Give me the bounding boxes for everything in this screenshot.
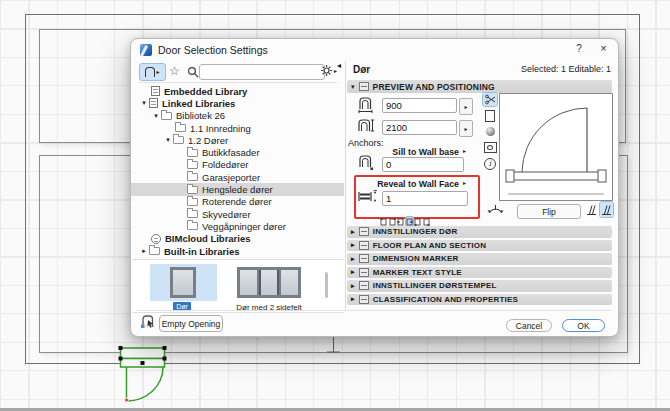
plan-node-cross [325, 335, 345, 357]
empty-opening-tool-icon[interactable] [140, 314, 156, 329]
section-label: INNSTILLINGER DØR [373, 227, 458, 236]
tree-item-dorer[interactable]: ▾ 1.2 Dører [131, 134, 344, 146]
chevron-right-icon: ▸ [351, 228, 355, 236]
tree-item-label: Foldedører [202, 159, 248, 170]
preview-picture-mode-icon[interactable] [483, 141, 497, 154]
front-view-mode-icon[interactable] [483, 109, 497, 122]
cancel-button[interactable]: Cancel [506, 319, 552, 332]
tree-item-bibliotek-26[interactable]: ▾ Bibliotek 26 [131, 110, 344, 122]
section-floor-plan-and-section[interactable]: ▸ FLOOR PLAN AND SECTION [347, 240, 612, 252]
tree-item-embedded-library[interactable]: Embedded Library [131, 85, 344, 97]
chevron-right-icon: ▸ [464, 125, 467, 132]
settings-gear-icon[interactable]: ▸ [320, 64, 337, 77]
section-label: MARKER TEXT STYLE [373, 268, 462, 277]
tree-item-label: Skyvedører [202, 209, 251, 220]
section-innstillinger-dorstempel[interactable]: ▸ INNSTILLINGER DØRSTEMPEL [347, 280, 612, 292]
tree-item-garasjeporter[interactable]: Garasjeporter [131, 171, 344, 183]
door-stamp-icon [359, 281, 369, 290]
chevron-down-icon[interactable]: ▾ [139, 99, 149, 107]
tree-item-butikkfasader[interactable]: Butikkfasader [131, 146, 344, 158]
dialog-app-icon [140, 44, 152, 56]
chevron-down-icon: ▾ [351, 83, 355, 91]
door-type-dor-med-2-sidefelt[interactable] [237, 267, 301, 298]
preview-section-icon [359, 82, 369, 91]
sidelight-pane [240, 270, 257, 295]
anchor-position-options [380, 217, 430, 226]
empty-opening-button[interactable]: Empty Opening [159, 315, 223, 332]
door-preview-pane[interactable] [499, 93, 613, 201]
folder-icon [187, 198, 198, 206]
thumbnail-scrollbar[interactable] [325, 272, 328, 298]
folder-view-toggle-button[interactable]: ▸ [139, 63, 166, 81]
close-button[interactable]: × [596, 42, 611, 56]
dialog-title: Door Selection Settings [158, 44, 268, 56]
anchor-option-icon[interactable] [380, 217, 387, 226]
panel-divider[interactable] [345, 61, 346, 309]
sill-option-arrow-icon[interactable]: ▸ [463, 147, 466, 154]
section-marker-text-style[interactable]: ▸ MARKER TEXT STYLE [347, 267, 612, 279]
section-innstillinger-dor[interactable]: ▸ INNSTILLINGER DØR [347, 226, 612, 238]
section-label: CLASSIFICATION AND PROPERTIES [373, 295, 518, 304]
tree-item-skyvedorer[interactable]: Skyvedører [131, 208, 344, 220]
chevron-right-icon[interactable]: ▸ [139, 247, 149, 255]
sidelight-pane [281, 270, 298, 295]
reveal-to-wall-face-label[interactable]: Reveal to Wall Face [347, 179, 459, 189]
plan-symbol-mode-icon[interactable] [483, 93, 497, 106]
reveal-to-wall-face-input[interactable] [382, 191, 468, 206]
anchor-option-icon[interactable] [414, 217, 421, 226]
search-input[interactable] [199, 64, 325, 80]
tree-item-label: Built-in Libraries [164, 246, 239, 257]
preview-and-positioning-header[interactable]: ▾ PREVIEW AND POSITIONING [347, 80, 612, 93]
sill-anchor-icon [357, 154, 375, 172]
collapse-panel-icon[interactable]: ◂ [337, 61, 341, 70]
chevron-right-icon: ▸ [156, 69, 159, 75]
chevron-down-icon[interactable]: ▾ [163, 136, 173, 144]
door-width-input[interactable] [382, 98, 457, 113]
reveal-option-arrow-icon[interactable]: ▸ [463, 179, 466, 186]
tree-item-built-in-libraries[interactable]: ▸ Built-in Libraries [131, 245, 344, 257]
archicad-workspace: Door Selection Settings ? × ▸ ☆ ▸ [0, 0, 670, 411]
anchor-option-icon[interactable] [397, 217, 404, 226]
tree-item-roterende-dorer[interactable]: Roterende dører [131, 196, 344, 208]
anchor-option-icon-selected[interactable] [406, 217, 413, 226]
door-swing-side-right-icon-selected[interactable] [600, 202, 613, 217]
chevron-right-icon: ▸ [351, 282, 355, 290]
door-swing-side-left-icon[interactable] [585, 202, 598, 217]
library-icon [151, 86, 160, 96]
empty-opening-label: Empty Opening [162, 319, 221, 329]
section-dimension-marker[interactable]: ▸ DIMENSION MARKER [347, 253, 612, 265]
anchor-option-icon[interactable] [423, 217, 430, 226]
tree-item-veggapninger-dorer[interactable]: Veggåpninger dører [131, 220, 344, 232]
folder-icon [187, 186, 198, 194]
sill-to-wall-base-input[interactable] [382, 157, 464, 172]
tree-item-innredning[interactable]: 1.1 Innredning [131, 122, 344, 134]
library-icon [149, 98, 158, 108]
tree-item-foldedorer[interactable]: Foldedører [131, 159, 344, 171]
section-classification-and-properties[interactable]: ▸ CLASSIFICATION AND PROPERTIES [347, 294, 612, 306]
tree-item-bimcloud-libraries[interactable]: BIMcloud Libraries [131, 233, 344, 245]
folder-icon [187, 210, 198, 218]
search-icon[interactable] [187, 66, 199, 78]
flip-label: Flip [542, 207, 556, 217]
tree-item-label: Embedded Library [164, 86, 247, 97]
folder-icon [187, 173, 198, 181]
width-spinner-button[interactable]: ▸ [459, 98, 473, 115]
height-spinner-button[interactable]: ▸ [459, 120, 473, 137]
flip-button[interactable]: Flip [517, 204, 581, 219]
rotate-door-icon[interactable] [486, 203, 505, 217]
door-height-input[interactable] [382, 120, 457, 135]
tree-item-linked-libraries[interactable]: ▾ Linked Libraries [131, 97, 344, 109]
selected-door-plan-symbol[interactable] [100, 340, 180, 410]
library-tree: Embedded Library ▾ Linked Libraries ▾ Bi… [131, 85, 344, 257]
door-thumbnail-image [170, 267, 196, 298]
3d-view-mode-icon[interactable] [483, 125, 497, 138]
tree-item-hengslede-dorer-selected[interactable]: Hengslede dører [131, 183, 344, 195]
help-button[interactable]: ? [572, 43, 586, 56]
anchor-option-icon[interactable] [389, 217, 396, 226]
tree-item-label: Garasjeporter [202, 172, 260, 183]
favorites-star-icon[interactable]: ☆ [169, 64, 180, 78]
info-mode-icon[interactable]: i [483, 157, 497, 170]
ok-button[interactable]: OK [562, 319, 605, 332]
chevron-down-icon[interactable]: ▾ [151, 112, 161, 120]
section-label: FLOOR PLAN AND SECTION [373, 241, 486, 250]
